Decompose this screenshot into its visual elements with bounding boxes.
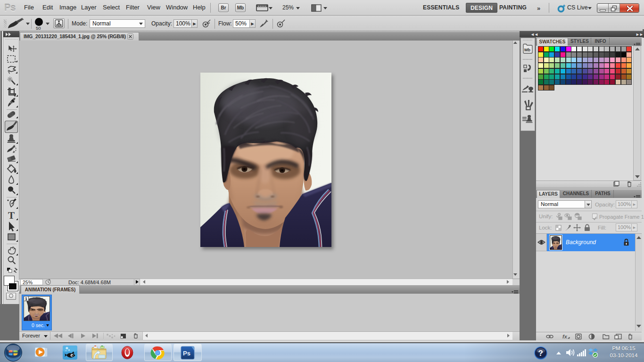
svg-text:T: T: [8, 210, 15, 221]
svg-text:Ps: Ps: [183, 350, 190, 357]
svg-text:Mb: Mb: [524, 48, 530, 52]
svg-text:?: ?: [538, 349, 543, 358]
svg-text:fx: fx: [562, 334, 568, 339]
